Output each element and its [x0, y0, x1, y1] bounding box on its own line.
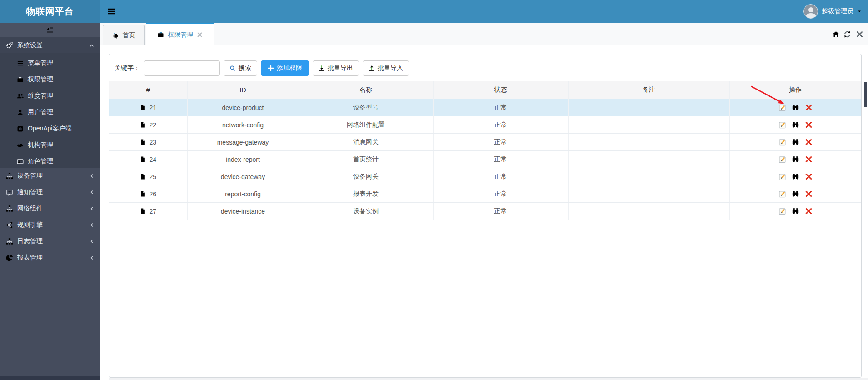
button-label: 批量导入 — [378, 64, 403, 72]
batch-export-button[interactable]: 批量导出 — [313, 60, 359, 76]
keyword-input[interactable] — [144, 60, 220, 76]
binoculars-icon[interactable] — [792, 138, 799, 146]
file-icon — [140, 139, 146, 145]
permission-table: # ID 名称 状态 备注 操作 21 device-product 设备型号 … — [109, 81, 861, 220]
table-row[interactable]: 27 device-instance 设备实例 正常 — [109, 203, 861, 220]
table-row[interactable]: 25 device-gateway 设备网关 正常 — [109, 168, 861, 185]
edit-icon[interactable] — [778, 138, 786, 146]
sidebar-collapse-toggle[interactable] — [0, 23, 100, 37]
row-num: 21 — [149, 104, 156, 111]
row-id: device-gateway — [187, 168, 299, 185]
edit-icon[interactable] — [778, 104, 786, 111]
table-row[interactable]: 24 index-report 首页统计 正常 — [109, 151, 861, 168]
binoculars-icon[interactable] — [792, 190, 799, 198]
sidebar-item-system-settings[interactable]: 系统设置 — [0, 37, 100, 53]
tab-control-close[interactable] — [856, 23, 863, 45]
users-icon — [17, 93, 24, 100]
tab-permission-mgmt[interactable]: 权限管理 — [146, 23, 214, 45]
indent-icon — [46, 26, 54, 34]
col-header-remark: 备注 — [568, 81, 729, 99]
sidebar-item-label: 报表管理 — [17, 254, 43, 262]
add-permission-button[interactable]: 添加权限 — [261, 60, 309, 76]
binoculars-icon[interactable] — [792, 104, 799, 111]
sidebar-bottom-strip — [0, 376, 100, 380]
sidebar-item-device-mgmt[interactable]: 设备管理 — [0, 168, 100, 184]
row-status: 正常 — [433, 203, 568, 220]
delete-icon[interactable] — [805, 173, 813, 180]
sidebar-item-openapi-client[interactable]: OpenApi客户端 — [0, 120, 100, 137]
edit-icon[interactable] — [778, 155, 786, 163]
search-button[interactable]: 搜索 — [224, 60, 257, 76]
row-id: report-config — [187, 185, 299, 203]
toolbar: 关键字： 搜索 添加权限 批量导出 批量导入 — [115, 60, 409, 76]
list-icon — [17, 60, 24, 67]
row-name: 设备实例 — [299, 203, 433, 220]
file-icon — [140, 208, 146, 215]
sidebar-item-permission-mgmt[interactable]: 权限管理 — [0, 71, 100, 88]
android-icon — [112, 32, 119, 39]
tab-control-refresh[interactable] — [843, 23, 851, 45]
edit-icon[interactable] — [778, 190, 786, 198]
edit-icon[interactable] — [778, 207, 786, 215]
home-icon — [832, 30, 840, 38]
binoculars-icon[interactable] — [792, 207, 799, 215]
user-menu[interactable]: 超级管理员 — [803, 0, 862, 23]
download-icon — [319, 65, 325, 71]
col-header-status: 状态 — [433, 81, 568, 99]
table-row[interactable]: 21 device-product 设备型号 正常 — [109, 99, 861, 116]
col-header-name: 名称 — [299, 81, 433, 99]
batch-import-button[interactable]: 批量导入 — [363, 60, 409, 76]
keyword-label: 关键字： — [115, 64, 140, 72]
delete-icon[interactable] — [805, 190, 813, 198]
sidebar-item-report-mgmt[interactable]: 报表管理 — [0, 250, 100, 266]
plus-icon — [268, 65, 274, 71]
tab-control-home[interactable] — [832, 23, 840, 45]
delete-icon[interactable] — [805, 121, 813, 129]
sidebar-item-rule-engine[interactable]: 规则引擎 — [0, 217, 100, 233]
sidebar-item-notify-mgmt[interactable]: 通知管理 — [0, 184, 100, 200]
binoculars-icon[interactable] — [792, 155, 799, 163]
sidebar-item-role-mgmt[interactable]: 角色管理 — [0, 153, 100, 170]
row-status: 正常 — [433, 185, 568, 203]
tab-close-icon[interactable] — [197, 32, 203, 38]
edit-icon[interactable] — [778, 121, 786, 129]
caret-down-icon — [857, 9, 862, 14]
row-remark — [568, 99, 729, 116]
row-remark — [568, 116, 729, 134]
sidebar-item-user-mgmt[interactable]: 用户管理 — [0, 104, 100, 120]
sidebar-item-log-mgmt[interactable]: 日志管理 — [0, 233, 100, 250]
binoculars-icon[interactable] — [792, 121, 799, 129]
sidebar-item-network-components[interactable]: 网络组件 — [0, 200, 100, 217]
angle-left-icon — [89, 239, 95, 244]
row-remark — [568, 185, 729, 203]
edit-icon[interactable] — [778, 173, 786, 180]
table-row[interactable]: 26 report-config 报表开发 正常 — [109, 185, 861, 203]
tab-home[interactable]: 首页 — [103, 25, 145, 45]
button-label: 搜索 — [239, 64, 251, 72]
delete-icon[interactable] — [805, 138, 813, 146]
avatar — [803, 4, 818, 19]
refresh-icon — [843, 30, 851, 38]
hamburger-icon[interactable] — [106, 7, 116, 16]
table-row[interactable]: 22 network-config 网络组件配置 正常 — [109, 116, 861, 134]
sidebar-item-dimension-mgmt[interactable]: 维度管理 — [0, 88, 100, 104]
sidebar-item-org-mgmt[interactable]: 机构管理 — [0, 137, 100, 153]
angle-left-icon — [89, 173, 95, 179]
scrollbar-thumb[interactable] — [864, 82, 867, 107]
sidebar-item-label: 设备管理 — [17, 172, 43, 180]
row-remark — [568, 168, 729, 185]
delete-icon[interactable] — [805, 155, 813, 163]
table-row[interactable]: 23 message-gateway 消息网关 正常 — [109, 134, 861, 151]
row-id: device-product — [187, 99, 299, 116]
row-name: 设备型号 — [299, 99, 433, 116]
delete-icon[interactable] — [805, 207, 813, 215]
close-icon — [856, 30, 863, 38]
share-icon — [6, 221, 13, 229]
upload-icon — [369, 65, 375, 71]
sitemap-icon — [6, 172, 13, 180]
sidebar-item-label: 系统设置 — [17, 41, 43, 50]
binoculars-icon[interactable] — [792, 173, 799, 180]
sidebar-item-menu-mgmt[interactable]: 菜单管理 — [0, 55, 100, 71]
delete-icon[interactable] — [805, 104, 813, 111]
sitemap-icon — [6, 238, 13, 245]
